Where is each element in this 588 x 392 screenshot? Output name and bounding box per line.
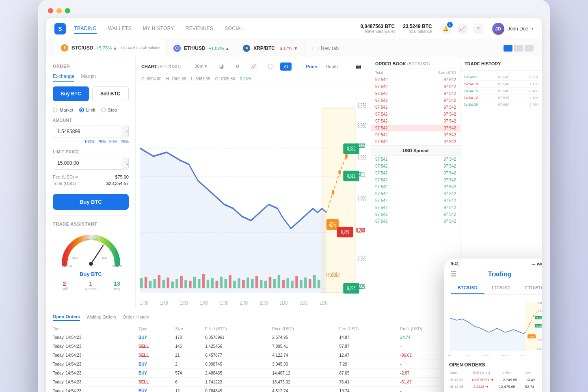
- svg-rect-54: [211, 278, 214, 288]
- market-radio[interactable]: [53, 108, 58, 112]
- user-menu[interactable]: JD John Doe ▾: [492, 23, 534, 35]
- limit-label: Limit: [86, 108, 95, 112]
- signal-icon: ▪▪▪: [531, 262, 535, 266]
- margin-tab[interactable]: Margin: [81, 73, 96, 82]
- mob-col-price: Price: [503, 371, 512, 375]
- submit-order-button[interactable]: Buy BTC: [53, 194, 129, 210]
- order-filled: 0.457877: [205, 351, 272, 360]
- nav-right: 0,0487563 BTC Revenues wallet 23,5249 BT…: [361, 23, 534, 35]
- chart-type-btn[interactable]: 📊: [215, 62, 228, 71]
- nav-link-social[interactable]: SOCIAL: [225, 24, 243, 34]
- svg-text:8,269: 8,269: [341, 228, 349, 235]
- limit-radio[interactable]: [79, 108, 84, 112]
- chart-icon-btn[interactable]: 📈: [456, 23, 468, 34]
- maximize-button[interactable]: [65, 8, 70, 13]
- exchange-tab[interactable]: Exchange: [53, 73, 74, 82]
- col-type: Type: [138, 325, 175, 333]
- chart-canvas-area[interactable]: 8,375 8,350 8,332 8,325 8,311 8,300 8,26…: [136, 84, 371, 309]
- svg-text:8,350: 8,350: [357, 122, 366, 130]
- new-tab-label: + New tab: [317, 45, 339, 51]
- shortcut-100[interactable]: 100%: [84, 140, 95, 144]
- svg-text:19:00: 19:00: [200, 300, 208, 306]
- ob-row: 97 54297 542: [371, 125, 460, 131]
- order-history-tab[interactable]: Order History: [123, 314, 149, 321]
- order-time: Today, 14:54:23: [53, 378, 138, 387]
- amount-shortcuts: 100% 75% 50% 25%: [53, 140, 129, 144]
- svg-text:00: 00: [448, 354, 451, 357]
- minimize-button[interactable]: [56, 8, 62, 13]
- order-time: Today, 14:54:23: [53, 351, 138, 360]
- tab-xrpbtc[interactable]: ✕ XRP/BTC -6.17% ▼: [236, 39, 305, 57]
- waiting-orders-tab[interactable]: Waiting Orders: [86, 314, 116, 321]
- stop-radio[interactable]: [101, 108, 106, 112]
- mobile-tab-ethbtc[interactable]: ETH/BTC: [518, 282, 542, 294]
- list-view-toggle[interactable]: [514, 45, 523, 52]
- svg-text:42%: 42%: [529, 336, 534, 338]
- tab-btcusd[interactable]: ₿ BTC/USD +5.78% ▲ 18,144 BTC 24h volume: [54, 39, 167, 57]
- chart-title: CHART (BTC/USD): [141, 64, 181, 69]
- column-view-toggle[interactable]: [525, 45, 534, 52]
- shortcut-50[interactable]: 50%: [109, 140, 117, 144]
- order-time: Today, 14:54:23: [53, 387, 138, 392]
- svg-text:8,311: 8,311: [347, 172, 356, 179]
- tab-ethusd[interactable]: ⬡ ETH/USD +1.02% ▲: [167, 39, 236, 57]
- mobile-tab-ltcusd[interactable]: LTC/USD: [484, 282, 518, 294]
- chart-fullscreen-btn[interactable]: ⛶: [264, 62, 276, 71]
- svg-rect-53: [207, 280, 210, 288]
- order-filled: 2.488465: [205, 369, 272, 378]
- mobile-tab-btcusd[interactable]: BTC/USD: [451, 282, 484, 294]
- svg-point-100: [533, 315, 534, 317]
- hamburger-icon[interactable]: ☰: [451, 270, 456, 278]
- limit-price-input[interactable]: [53, 157, 122, 169]
- open-orders-tab[interactable]: Open Orders: [53, 314, 80, 321]
- ob-row: 97 54297 542: [371, 90, 460, 97]
- close-button[interactable]: [48, 8, 53, 13]
- new-tab-button[interactable]: + + New tab: [305, 45, 345, 51]
- svg-text:18:30: 18:30: [465, 354, 470, 357]
- nav-link-wallets[interactable]: WALLETS: [108, 24, 132, 34]
- svg-rect-73: [295, 276, 298, 288]
- ohlc-change: 0.23%: [240, 77, 251, 81]
- shortcut-75[interactable]: 75%: [98, 140, 106, 144]
- order-size: 21: [175, 351, 205, 360]
- notifications-button[interactable]: 🔔1: [440, 23, 452, 34]
- order-fee: 7.20: [339, 360, 400, 369]
- stop-option[interactable]: Stop: [101, 108, 117, 112]
- limit-price-label: LIMIT PRICE: [53, 150, 129, 154]
- nav-link-my-history[interactable]: MY HISTORY: [143, 24, 174, 34]
- price-tab[interactable]: Price: [302, 63, 321, 70]
- order-type: SELL: [138, 351, 175, 360]
- fee-value: $75.00: [115, 174, 129, 179]
- ai-btn[interactable]: AI: [280, 62, 292, 71]
- mobile-status-bar: 9:41 ▪▪▪ WiFi ▓▓: [444, 258, 542, 268]
- order-filled: 0.0578961: [205, 333, 272, 342]
- limit-price-input-group: USD: [53, 157, 129, 170]
- help-button[interactable]: ?: [473, 23, 484, 34]
- svg-rect-58: [229, 275, 231, 288]
- amount-input[interactable]: [53, 125, 122, 138]
- interval-selector[interactable]: 30m ▾: [191, 62, 210, 71]
- svg-rect-66: [264, 281, 267, 288]
- order-book-pair: (BTC/USD): [407, 61, 430, 66]
- market-option[interactable]: Market: [53, 108, 74, 112]
- order-filled: 1.741223: [205, 378, 272, 387]
- svg-rect-44: [166, 278, 169, 288]
- grid-view-toggle[interactable]: [504, 45, 512, 52]
- nav-link-trading[interactable]: TRADING: [74, 24, 97, 34]
- chart-settings-btn[interactable]: ⚙: [232, 62, 243, 71]
- nav-link-revenues[interactable]: REVENUES: [186, 24, 213, 34]
- limit-option[interactable]: Limit: [79, 108, 95, 112]
- order-panel: ORDER Exchange Margin Buy BTC Sell BTC M…: [46, 57, 136, 309]
- sell-button[interactable]: Sell BTC: [92, 86, 129, 101]
- order-size: 2: [175, 360, 205, 369]
- camera-btn[interactable]: 📷: [352, 62, 365, 71]
- depth-tab[interactable]: Depth: [322, 63, 342, 70]
- shortcut-25[interactable]: 25%: [121, 140, 129, 144]
- nav-links: TRADINGWALLETSMY HISTORYREVENUESSOCIAL: [74, 24, 361, 34]
- stop-label: Stop: [108, 108, 117, 112]
- buy-button[interactable]: Buy BTC: [53, 86, 89, 101]
- total-value: $23,354.57: [106, 181, 129, 186]
- chart-indicators-btn[interactable]: 📈: [247, 62, 260, 71]
- svg-text:BUY: BUY: [113, 267, 118, 268]
- svg-rect-52: [202, 274, 205, 288]
